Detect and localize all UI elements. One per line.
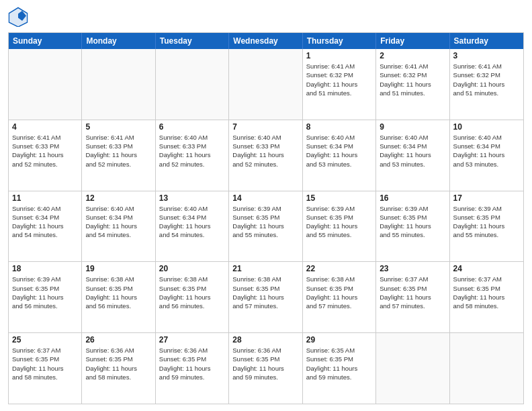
- day-info: Sunrise: 6:40 AMSunset: 6:33 PMDaylight:…: [159, 133, 225, 169]
- calendar-cell: 15Sunrise: 6:39 AMSunset: 6:35 PMDayligh…: [303, 191, 376, 262]
- day-info: Sunrise: 6:38 AMSunset: 6:35 PMDaylight:…: [85, 275, 151, 310]
- calendar-cell: 17Sunrise: 6:39 AMSunset: 6:35 PMDayligh…: [450, 191, 523, 262]
- calendar-cell: [450, 333, 523, 404]
- day-info: Sunrise: 6:40 AMSunset: 6:34 PMDaylight:…: [85, 204, 151, 240]
- calendar-cell: [9, 49, 82, 120]
- day-number: 18: [12, 264, 78, 273]
- day-info: Sunrise: 6:38 AMSunset: 6:35 PMDaylight:…: [306, 275, 372, 310]
- day-info: Sunrise: 6:41 AMSunset: 6:33 PMDaylight:…: [85, 133, 151, 169]
- logo: [8, 7, 31, 27]
- day-info: Sunrise: 6:37 AMSunset: 6:35 PMDaylight:…: [453, 275, 520, 310]
- calendar-cell: 28Sunrise: 6:36 AMSunset: 6:35 PMDayligh…: [229, 333, 302, 404]
- calendar-header-cell: Tuesday: [156, 33, 229, 49]
- calendar-header-cell: Saturday: [450, 33, 523, 49]
- calendar-cell: [229, 49, 302, 120]
- day-info: Sunrise: 6:41 AMSunset: 6:32 PMDaylight:…: [306, 62, 372, 97]
- day-number: 17: [453, 193, 520, 203]
- calendar-cell: 3Sunrise: 6:41 AMSunset: 6:32 PMDaylight…: [450, 49, 523, 120]
- day-number: 2: [380, 51, 445, 60]
- day-number: 11: [12, 193, 78, 203]
- header: [8, 7, 524, 27]
- calendar-cell: 27Sunrise: 6:36 AMSunset: 6:35 PMDayligh…: [156, 333, 229, 404]
- calendar-cell: 14Sunrise: 6:39 AMSunset: 6:35 PMDayligh…: [229, 191, 302, 262]
- calendar-cell: 19Sunrise: 6:38 AMSunset: 6:35 PMDayligh…: [82, 262, 155, 332]
- day-number: 9: [380, 122, 445, 132]
- calendar-header-cell: Sunday: [9, 33, 82, 49]
- day-info: Sunrise: 6:39 AMSunset: 6:35 PMDaylight:…: [380, 204, 445, 240]
- day-info: Sunrise: 6:41 AMSunset: 6:32 PMDaylight:…: [380, 62, 445, 97]
- calendar-cell: 9Sunrise: 6:40 AMSunset: 6:34 PMDaylight…: [376, 120, 449, 191]
- calendar-cell: 4Sunrise: 6:41 AMSunset: 6:33 PMDaylight…: [9, 120, 82, 191]
- calendar-cell: 2Sunrise: 6:41 AMSunset: 6:32 PMDaylight…: [376, 49, 449, 120]
- day-number: 3: [453, 51, 520, 60]
- day-info: Sunrise: 6:39 AMSunset: 6:35 PMDaylight:…: [453, 204, 520, 240]
- calendar-header-row: SundayMondayTuesdayWednesdayThursdayFrid…: [9, 33, 523, 49]
- day-number: 15: [306, 193, 372, 203]
- calendar-body: 1Sunrise: 6:41 AMSunset: 6:32 PMDaylight…: [9, 49, 523, 404]
- calendar-cell: 25Sunrise: 6:37 AMSunset: 6:35 PMDayligh…: [9, 333, 82, 404]
- day-number: 7: [232, 122, 298, 132]
- calendar-cell: 20Sunrise: 6:38 AMSunset: 6:35 PMDayligh…: [156, 262, 229, 332]
- day-info: Sunrise: 6:36 AMSunset: 6:35 PMDaylight:…: [159, 346, 225, 381]
- calendar-cell: 11Sunrise: 6:40 AMSunset: 6:34 PMDayligh…: [9, 191, 82, 262]
- day-info: Sunrise: 6:36 AMSunset: 6:35 PMDaylight:…: [232, 346, 298, 381]
- day-number: 24: [453, 264, 520, 273]
- day-info: Sunrise: 6:40 AMSunset: 6:33 PMDaylight:…: [232, 133, 298, 169]
- calendar-row: 4Sunrise: 6:41 AMSunset: 6:33 PMDaylight…: [9, 120, 523, 191]
- calendar-header-cell: Wednesday: [229, 33, 302, 49]
- day-number: 4: [12, 122, 78, 132]
- calendar-cell: [82, 49, 155, 120]
- calendar-cell: 7Sunrise: 6:40 AMSunset: 6:33 PMDaylight…: [229, 120, 302, 191]
- calendar-header-cell: Monday: [82, 33, 155, 49]
- calendar-cell: 18Sunrise: 6:39 AMSunset: 6:35 PMDayligh…: [9, 262, 82, 332]
- day-info: Sunrise: 6:41 AMSunset: 6:32 PMDaylight:…: [453, 62, 520, 97]
- calendar-cell: 24Sunrise: 6:37 AMSunset: 6:35 PMDayligh…: [450, 262, 523, 332]
- day-info: Sunrise: 6:40 AMSunset: 6:34 PMDaylight:…: [12, 204, 78, 240]
- calendar-cell: 21Sunrise: 6:38 AMSunset: 6:35 PMDayligh…: [229, 262, 302, 332]
- day-info: Sunrise: 6:40 AMSunset: 6:34 PMDaylight:…: [380, 133, 445, 169]
- calendar-cell: 13Sunrise: 6:40 AMSunset: 6:34 PMDayligh…: [156, 191, 229, 262]
- calendar-cell: [376, 333, 449, 404]
- day-number: 22: [306, 264, 372, 273]
- day-info: Sunrise: 6:38 AMSunset: 6:35 PMDaylight:…: [232, 275, 298, 310]
- calendar-cell: 16Sunrise: 6:39 AMSunset: 6:35 PMDayligh…: [376, 191, 449, 262]
- day-info: Sunrise: 6:35 AMSunset: 6:35 PMDaylight:…: [306, 346, 372, 381]
- calendar-cell: 6Sunrise: 6:40 AMSunset: 6:33 PMDaylight…: [156, 120, 229, 191]
- calendar-header-cell: Thursday: [303, 33, 376, 49]
- calendar-cell: [156, 49, 229, 120]
- day-number: 10: [453, 122, 520, 132]
- day-number: 20: [159, 264, 225, 273]
- calendar-cell: 23Sunrise: 6:37 AMSunset: 6:35 PMDayligh…: [376, 262, 449, 332]
- calendar-row: 1Sunrise: 6:41 AMSunset: 6:32 PMDaylight…: [9, 49, 523, 120]
- calendar-header-cell: Friday: [376, 33, 449, 49]
- day-number: 21: [232, 264, 298, 273]
- day-info: Sunrise: 6:40 AMSunset: 6:34 PMDaylight:…: [306, 133, 372, 169]
- calendar-cell: 8Sunrise: 6:40 AMSunset: 6:34 PMDaylight…: [303, 120, 376, 191]
- day-info: Sunrise: 6:39 AMSunset: 6:35 PMDaylight:…: [306, 204, 372, 240]
- calendar-cell: 1Sunrise: 6:41 AMSunset: 6:32 PMDaylight…: [303, 49, 376, 120]
- day-info: Sunrise: 6:40 AMSunset: 6:34 PMDaylight:…: [159, 204, 225, 240]
- day-number: 16: [380, 193, 445, 203]
- logo-icon: [8, 7, 28, 27]
- day-info: Sunrise: 6:37 AMSunset: 6:35 PMDaylight:…: [380, 275, 445, 310]
- calendar-row: 25Sunrise: 6:37 AMSunset: 6:35 PMDayligh…: [9, 332, 523, 404]
- day-info: Sunrise: 6:40 AMSunset: 6:34 PMDaylight:…: [453, 133, 520, 169]
- calendar-cell: 5Sunrise: 6:41 AMSunset: 6:33 PMDaylight…: [82, 120, 155, 191]
- day-number: 1: [306, 51, 372, 60]
- day-number: 12: [85, 193, 151, 203]
- calendar-cell: 29Sunrise: 6:35 AMSunset: 6:35 PMDayligh…: [303, 333, 376, 404]
- page: SundayMondayTuesdayWednesdayThursdayFrid…: [0, 0, 532, 411]
- day-number: 19: [85, 264, 151, 273]
- day-info: Sunrise: 6:37 AMSunset: 6:35 PMDaylight:…: [12, 346, 78, 381]
- day-info: Sunrise: 6:39 AMSunset: 6:35 PMDaylight:…: [232, 204, 298, 240]
- calendar-row: 18Sunrise: 6:39 AMSunset: 6:35 PMDayligh…: [9, 261, 523, 332]
- calendar-cell: 22Sunrise: 6:38 AMSunset: 6:35 PMDayligh…: [303, 262, 376, 332]
- day-number: 26: [85, 335, 151, 345]
- day-info: Sunrise: 6:39 AMSunset: 6:35 PMDaylight:…: [12, 275, 78, 310]
- day-info: Sunrise: 6:38 AMSunset: 6:35 PMDaylight:…: [159, 275, 225, 310]
- day-number: 5: [85, 122, 151, 132]
- day-number: 14: [232, 193, 298, 203]
- day-number: 6: [159, 122, 225, 132]
- day-info: Sunrise: 6:41 AMSunset: 6:33 PMDaylight:…: [12, 133, 78, 169]
- day-number: 23: [380, 264, 445, 273]
